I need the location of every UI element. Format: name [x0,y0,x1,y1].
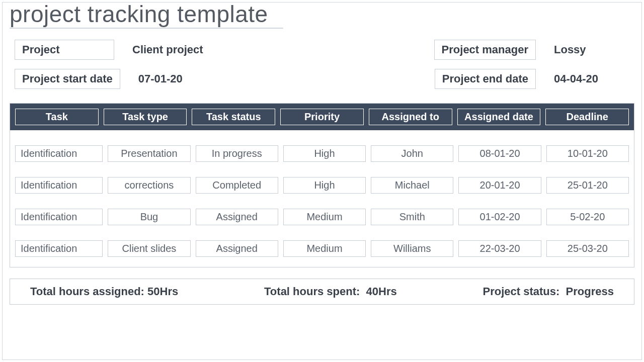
meta-row-dates: Project start date 07-01-20 Project end … [10,69,634,89]
meta-right-manager: Project manager Lossy [429,40,634,60]
hours-assigned-value: 50Hrs [147,285,178,298]
table-row: Identification Bug Assigned Medium Smith… [15,209,629,225]
meta-right-end: Project end date 04-04-20 [430,69,634,89]
template-frame: project tracking template Project Client… [2,2,642,360]
end-date-label: Project end date [435,69,536,89]
hours-assigned-label: Total hours assigned: [30,285,144,298]
project-value: Client project [132,43,203,56]
cell-type: Client slides [108,240,190,257]
cell-type: Bug [108,209,190,225]
footer-summary: Total hours assigned: 50Hrs Total hours … [10,279,634,305]
hours-spent-value: 40Hrs [366,285,397,298]
page-title: project tracking template [10,1,283,29]
table-row: Identification Presentation In progress … [15,145,629,162]
cell-type: corrections [108,177,190,194]
cell-deadline: 5-02-20 [546,209,629,225]
cell-type: Presentation [108,145,190,162]
end-date-value: 04-04-20 [554,72,634,85]
start-date-label: Project start date [15,69,120,89]
cell-status: In progress [196,145,278,162]
manager-value: Lossy [554,43,634,56]
cell-deadline: 10-01-20 [546,145,629,162]
cell-status: Assigned [196,240,278,257]
cell-priority: Medium [283,240,366,257]
cell-status: Completed [196,177,278,194]
cell-deadline: 25-01-20 [546,177,629,194]
col-task: Task [15,109,99,125]
cell-priority: High [283,177,366,194]
cell-task: Identification [15,177,103,194]
meta-block: Project Client project Project manager L… [10,40,634,89]
cell-deadline: 25-03-20 [546,240,629,257]
project-label: Project [15,40,114,60]
cell-assignee: Williams [371,240,453,257]
meta-row-project: Project Client project Project manager L… [10,40,634,60]
table-body: Identification Presentation In progress … [10,130,634,262]
cell-priority: High [283,145,366,162]
col-assigned-to: Assigned to [369,109,452,125]
cell-assigned: 08-01-20 [458,145,541,162]
cell-priority: Medium [283,209,366,225]
col-priority: Priority [280,109,364,125]
cell-assigned: 22-03-20 [458,240,541,257]
cell-task: Identification [15,145,103,162]
cell-assignee: John [371,145,453,162]
hours-spent-label: Total hours spent: [264,285,360,298]
table-header: Task Task type Task status Priority Assi… [10,104,634,130]
table-row: Identification corrections Completed Hig… [15,177,629,194]
cell-assigned: 01-02-20 [458,209,541,225]
start-date-value: 07-01-20 [138,72,183,85]
cell-assigned: 20-01-20 [458,177,541,194]
col-task-type: Task type [104,109,187,125]
project-status: Project status: Progress [483,285,614,298]
table-row: Identification Client slides Assigned Me… [15,240,629,257]
cell-assignee: Smith [371,209,453,225]
col-assigned-date: Assigned date [457,109,541,125]
cell-task: Identification [15,209,103,225]
cell-assignee: Michael [371,177,453,194]
col-task-status: Task status [192,109,275,125]
hours-spent: Total hours spent: 40Hrs [264,285,397,298]
col-deadline: Deadline [545,109,629,125]
project-status-value: Progress [566,285,614,298]
project-status-label: Project status: [483,285,560,298]
manager-label: Project manager [434,40,536,60]
cell-task: Identification [15,240,103,257]
task-table: Task Task type Task status Priority Assi… [10,103,634,267]
cell-status: Assigned [196,209,278,225]
hours-assigned: Total hours assigned: 50Hrs [30,285,178,298]
